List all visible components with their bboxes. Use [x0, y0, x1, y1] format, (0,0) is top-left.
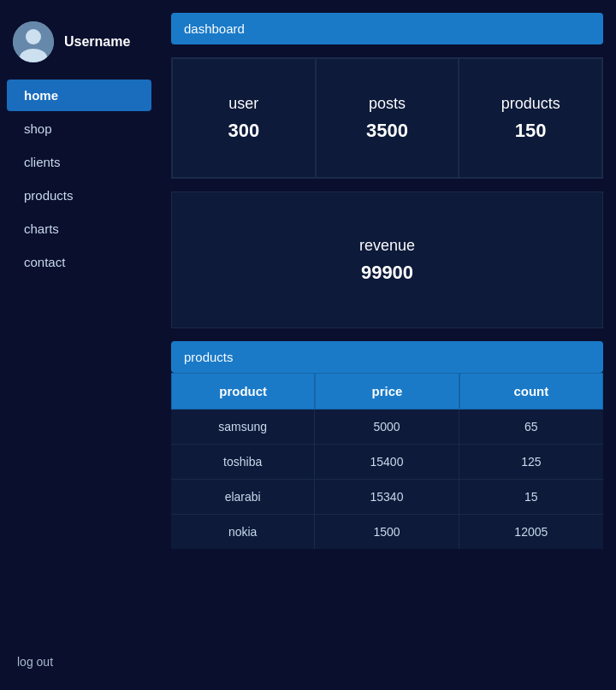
table-row: samsung 5000 65 [171, 410, 603, 445]
table-row: toshiba 15400 125 [171, 445, 603, 480]
revenue-label: revenue [359, 237, 415, 255]
stat-user-value: 300 [228, 120, 259, 142]
sidebar-item-charts[interactable]: charts [7, 213, 151, 245]
cell-count-2: 15 [459, 480, 603, 514]
cell-price-3: 1500 [315, 515, 459, 549]
table-row: nokia 1500 12005 [171, 515, 603, 549]
sidebar-item-products[interactable]: products [7, 180, 151, 211]
dashboard-header: dashboard [171, 13, 603, 44]
stat-posts-value: 3500 [366, 120, 408, 142]
main-content: dashboard user 300 posts 3500 products 1… [158, 0, 616, 690]
cell-product-0: samsung [171, 410, 315, 444]
stat-card-posts: posts 3500 [316, 58, 459, 178]
revenue-value: 99900 [361, 262, 413, 284]
stat-card-user: user 300 [172, 58, 316, 178]
avatar [13, 21, 54, 62]
cell-product-2: elarabi [171, 480, 315, 514]
username-label: Username [64, 34, 130, 50]
col-header-count: count [459, 373, 603, 410]
stat-posts-label: posts [369, 95, 406, 113]
table-row: elarabi 15340 15 [171, 480, 603, 515]
revenue-card: revenue 99900 [359, 237, 415, 284]
sidebar-item-contact[interactable]: contact [7, 246, 151, 278]
svg-point-1 [26, 29, 41, 44]
sidebar-item-shop[interactable]: shop [7, 113, 151, 144]
cell-count-1: 125 [459, 445, 603, 479]
sidebar-nav: home shop clients products charts contac… [0, 80, 158, 642]
profile-section: Username [0, 13, 158, 80]
cell-product-1: toshiba [171, 445, 315, 479]
stat-card-products: products 150 [459, 58, 602, 178]
cell-count-3: 12005 [459, 515, 603, 549]
cell-count-0: 65 [459, 410, 603, 444]
stats-grid: user 300 posts 3500 products 150 [171, 57, 603, 179]
sidebar: Username home shop clients products char… [0, 0, 158, 690]
col-header-price: price [315, 373, 459, 410]
products-table-header: products [171, 341, 603, 373]
stat-products-label: products [501, 95, 560, 113]
stat-user-label: user [228, 95, 258, 113]
stat-products-value: 150 [515, 120, 547, 142]
cell-price-2: 15340 [315, 480, 459, 514]
revenue-section: revenue 99900 [171, 192, 603, 328]
cell-price-0: 5000 [315, 410, 459, 444]
logout-button[interactable]: log out [0, 642, 158, 681]
cell-price-1: 15400 [315, 445, 459, 479]
sidebar-item-clients[interactable]: clients [7, 146, 151, 178]
products-table: product price count samsung 5000 65 tosh… [171, 373, 603, 549]
cell-product-3: nokia [171, 515, 315, 549]
products-section: products product price count samsung 500… [171, 341, 603, 549]
table-header-row: product price count [171, 373, 603, 410]
col-header-product: product [171, 373, 315, 410]
sidebar-item-home[interactable]: home [7, 80, 151, 111]
